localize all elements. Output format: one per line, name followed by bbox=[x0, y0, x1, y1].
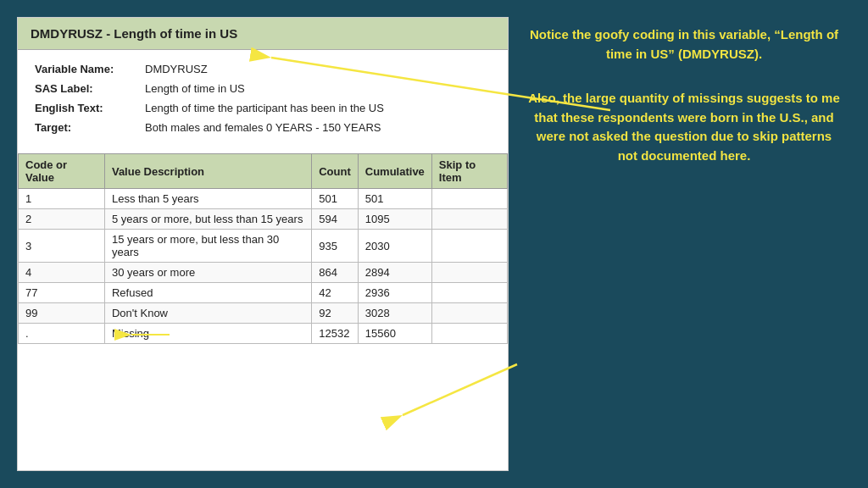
table-cell: 1 bbox=[19, 189, 105, 209]
table-cell: 5 years or more, but less than 15 years bbox=[104, 209, 311, 230]
table-cell: 2936 bbox=[358, 283, 431, 303]
col-header-desc: Value Description bbox=[104, 154, 311, 189]
annotation-top: Notice the goofy coding in this variable… bbox=[521, 25, 847, 64]
table-cell bbox=[431, 189, 507, 209]
table-cell: Missing bbox=[104, 324, 311, 344]
left-panel: DMDYRUSZ - Length of time in US Variable… bbox=[17, 17, 509, 471]
table-cell: Refused bbox=[104, 283, 311, 303]
table-row: 430 years or more8642894 bbox=[19, 263, 508, 283]
table-row: 1Less than 5 years501501 bbox=[19, 189, 508, 209]
meta-value-saslabel: Length of time in US bbox=[145, 82, 245, 95]
table-cell: Don't Know bbox=[104, 303, 311, 324]
table-cell: 15560 bbox=[358, 324, 431, 344]
col-header-cumulative: Cumulative bbox=[358, 154, 431, 189]
table-cell: 2 bbox=[19, 209, 105, 230]
table-cell bbox=[431, 283, 507, 303]
table-cell: 30 years or more bbox=[104, 263, 311, 283]
meta-value-englishtext: Length of time the participant has been … bbox=[145, 102, 384, 114]
table-cell: Less than 5 years bbox=[104, 189, 311, 209]
table-cell: 501 bbox=[358, 189, 431, 209]
meta-label-saslabel: SAS Label: bbox=[35, 82, 145, 95]
main-container: DMDYRUSZ - Length of time in US Variable… bbox=[0, 0, 868, 488]
table-cell: 2030 bbox=[358, 230, 431, 263]
table-cell: 92 bbox=[312, 303, 359, 324]
table-cell: 501 bbox=[312, 189, 359, 209]
table-cell: 594 bbox=[312, 209, 359, 230]
table-row: 77Refused422936 bbox=[19, 283, 508, 303]
meta-row-varname: Variable Name: DMDYRUSZ bbox=[35, 63, 491, 75]
meta-row-saslabel: SAS Label: Length of time in US bbox=[35, 82, 491, 95]
meta-row-target: Target: Both males and females 0 YEARS -… bbox=[35, 121, 491, 134]
table-cell: 12532 bbox=[312, 324, 359, 344]
table-cell: 15 years or more, but less than 30 years bbox=[104, 230, 311, 263]
annotation-bottom: Also, the large quantity of missings sug… bbox=[521, 89, 847, 165]
table-cell: 864 bbox=[312, 263, 359, 283]
meta-label-varname: Variable Name: bbox=[35, 63, 145, 75]
table-row: .Missing1253215560 bbox=[19, 324, 508, 344]
table-cell bbox=[431, 303, 507, 324]
data-table: Code or Value Value Description Count Cu… bbox=[18, 153, 508, 344]
table-header-row: Code or Value Value Description Count Cu… bbox=[19, 154, 508, 189]
table-cell: 4 bbox=[19, 263, 105, 283]
meta-value-target: Both males and females 0 YEARS - 150 YEA… bbox=[145, 121, 381, 134]
table-cell: 3 bbox=[19, 230, 105, 263]
right-panel: Notice the goofy coding in this variable… bbox=[517, 17, 851, 471]
table-cell: 1095 bbox=[358, 209, 431, 230]
table-row: 315 years or more, but less than 30 year… bbox=[19, 230, 508, 263]
metadata-section: Variable Name: DMDYRUSZ SAS Label: Lengt… bbox=[18, 50, 508, 153]
table-cell: . bbox=[19, 324, 105, 344]
meta-label-englishtext: English Text: bbox=[35, 102, 145, 114]
table-cell: 2894 bbox=[358, 263, 431, 283]
col-header-skip: Skip to Item bbox=[431, 154, 507, 189]
col-header-code: Code or Value bbox=[19, 154, 105, 189]
table-cell bbox=[431, 263, 507, 283]
table-cell bbox=[431, 230, 507, 263]
table-row: 99Don't Know923028 bbox=[19, 303, 508, 324]
meta-value-varname: DMDYRUSZ bbox=[145, 63, 208, 75]
meta-row-englishtext: English Text: Length of time the partici… bbox=[35, 102, 491, 114]
meta-label-target: Target: bbox=[35, 121, 145, 134]
table-cell: 42 bbox=[312, 283, 359, 303]
table-cell bbox=[431, 324, 507, 344]
table-cell: 3028 bbox=[358, 303, 431, 324]
table-cell: 935 bbox=[312, 230, 359, 263]
panel-title: DMDYRUSZ - Length of time in US bbox=[18, 18, 508, 50]
col-header-count: Count bbox=[312, 154, 359, 189]
table-cell bbox=[431, 209, 507, 230]
table-row: 25 years or more, but less than 15 years… bbox=[19, 209, 508, 230]
table-cell: 99 bbox=[19, 303, 105, 324]
table-cell: 77 bbox=[19, 283, 105, 303]
